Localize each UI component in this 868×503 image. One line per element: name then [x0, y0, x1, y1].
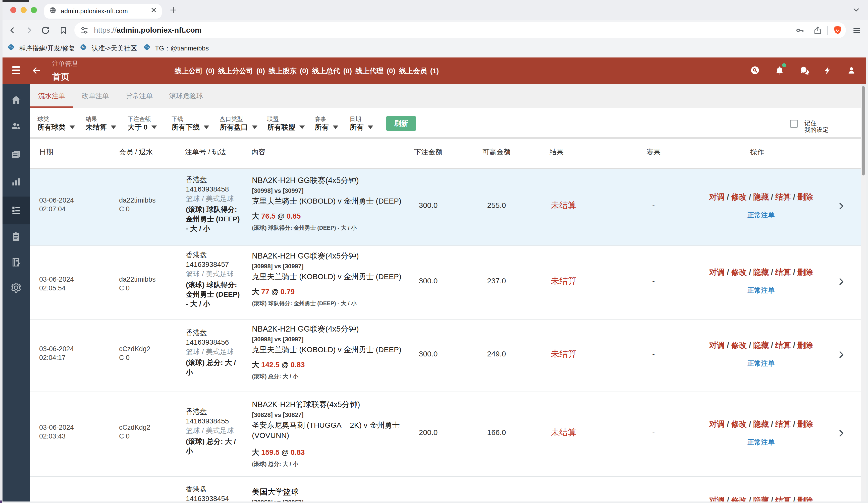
svg-text:Tm: Tm [81, 45, 85, 49]
svg-text:Tm: Tm [145, 45, 149, 49]
svg-text:Tm: Tm [9, 45, 13, 49]
